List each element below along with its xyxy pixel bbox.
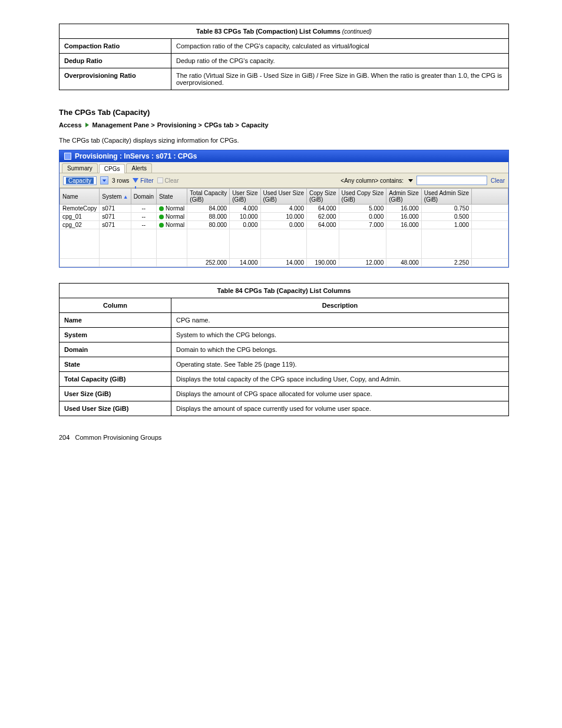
cell: 64.000 [306, 205, 339, 213]
column-name: Compaction Ratio [59, 39, 171, 54]
total-cell: 14.000 [230, 259, 260, 267]
cell-empty [471, 221, 508, 229]
cell: 0.000 [230, 221, 260, 229]
cell-empty [131, 229, 156, 259]
cell-empty [471, 213, 508, 221]
chevron-down-icon[interactable] [408, 179, 413, 182]
grid-header[interactable]: Used User Size(GiB) [260, 189, 306, 205]
column-name: State [59, 357, 171, 372]
tab-alerts[interactable]: Alerts [126, 163, 152, 173]
section-description: The CPGs tab (Capacity) displays sizing … [59, 137, 509, 144]
column-desc: Compaction ratio of the CPG's capacity, … [171, 39, 509, 54]
grid-header[interactable]: Admin Size(GiB) [386, 189, 422, 205]
column-desc: The ratio (Virtual Size in GiB - Used Si… [171, 68, 509, 90]
table-83-title: Table 83 CPGs Tab (Compaction) List Colu… [196, 28, 340, 35]
cell-empty [100, 229, 131, 259]
cell: 0.500 [421, 213, 471, 221]
cell-empty [100, 259, 131, 267]
clear-label: Clear [165, 177, 179, 184]
total-cell: 252.000 [187, 259, 230, 267]
cell-empty [306, 229, 339, 259]
total-cell: 190.000 [306, 259, 339, 267]
cell: RemoteCopy [60, 205, 100, 213]
cell-state: Normal [157, 213, 187, 221]
filter-label: Filter [140, 177, 153, 184]
filter-input[interactable] [416, 176, 487, 185]
section-heading: The CPGs Tab (Capacity) [59, 108, 509, 117]
clear-icon [157, 177, 163, 183]
dropdown-caret[interactable] [100, 176, 108, 185]
column-name: Overprovisioning Ratio [59, 68, 171, 90]
total-cell: 12.000 [339, 259, 386, 267]
arrow-icon [85, 123, 89, 127]
grid-header[interactable]: Total Capacity(GiB) [187, 189, 230, 205]
grid-header[interactable]: Name [60, 189, 100, 205]
app-icon [64, 153, 71, 160]
tab-bar: SummaryCPGsAlerts [59, 162, 508, 173]
grid-header[interactable]: System▲ [100, 189, 131, 205]
cell: -- [131, 213, 156, 221]
cell-empty [339, 229, 386, 259]
status-dot-icon [159, 223, 164, 228]
clear-button-disabled: Clear [157, 177, 179, 184]
clear-link[interactable]: Clear [491, 177, 505, 184]
tab-cpgs[interactable]: CPGs [99, 164, 125, 173]
column-desc: CPG name. [171, 313, 509, 328]
table-row[interactable]: cpg_01s071--Normal88.00010.00010.00062.0… [60, 213, 508, 221]
svg-marker-0 [103, 179, 106, 182]
column-desc: Domain to which the CPG belongs. [171, 342, 509, 357]
table-row[interactable]: RemoteCopys071--Normal84.0004.0004.00064… [60, 205, 508, 213]
cell-empty [60, 259, 100, 267]
column-name: System [59, 328, 171, 342]
cell: 16.000 [386, 205, 422, 213]
status-dot-icon [159, 206, 164, 211]
grid-header[interactable]: Used Admin Size(GiB) [421, 189, 471, 205]
cell: 0.000 [339, 213, 386, 221]
grid-header[interactable]: User Size(GiB) [230, 189, 260, 205]
column-name: Used User Size (GiB) [59, 401, 171, 416]
view-dropdown[interactable]: Capacity [63, 176, 97, 185]
cell-empty [421, 229, 471, 259]
tab-summary[interactable]: Summary [62, 163, 98, 173]
cell: 10.000 [260, 213, 306, 221]
sort-asc-icon: ▲ [123, 194, 128, 200]
column-desc: Operating state. See Table 25 (page 119)… [171, 357, 509, 372]
column-name: Domain [59, 342, 171, 357]
column-desc: Displays the amount of space currently u… [171, 401, 509, 416]
footer-text: Common Provisioning Groups [75, 434, 162, 441]
breadcrumb: AccessManagement Pane > Provisioning > C… [59, 121, 509, 129]
cell: 80.000 [187, 221, 230, 229]
crumb: Access [59, 121, 82, 129]
cell: 1.000 [421, 221, 471, 229]
column-name: Total Capacity (GiB) [59, 372, 171, 387]
table-row[interactable]: cpg_02s071--Normal80.0000.0000.00064.000… [60, 221, 508, 229]
cell-empty [471, 229, 508, 259]
cell: 0.000 [260, 221, 306, 229]
cell-empty [260, 229, 306, 259]
cell-state: Normal [157, 221, 187, 229]
cell: 16.000 [386, 221, 422, 229]
app-window: Provisioning : InServs : s071 : CPGs Sum… [59, 150, 509, 268]
grid-header[interactable]: Used Copy Size(GiB) [339, 189, 386, 205]
toolbar: Capacity 3 rows Filter Clear <Any column… [59, 173, 508, 188]
crumb: CPGs tab > [204, 121, 239, 129]
filter-button[interactable]: Filter [133, 177, 153, 184]
cell-empty [471, 259, 508, 267]
column-name: Dedup Ratio [59, 54, 171, 68]
grid-header[interactable]: State [157, 189, 187, 205]
cell-empty [157, 259, 187, 267]
cell: 88.000 [187, 213, 230, 221]
grid-header[interactable]: Domain [131, 189, 156, 205]
col-header-description: Description [171, 298, 509, 313]
view-dropdown-value: Capacity [66, 177, 94, 184]
cell: 64.000 [306, 221, 339, 229]
cell-state: Normal [157, 205, 187, 213]
status-dot-icon [159, 215, 164, 219]
cell-empty [230, 229, 260, 259]
filter-scope-label: <Any column> contains: [340, 177, 404, 184]
cell: cpg_01 [60, 213, 100, 221]
cell-empty [131, 259, 156, 267]
crumb: Management Pane > [92, 121, 155, 129]
grid-header[interactable]: Copy Size(GiB) [306, 189, 339, 205]
table-cpgs-compaction: Table 83 CPGs Tab (Compaction) List Colu… [59, 24, 509, 90]
